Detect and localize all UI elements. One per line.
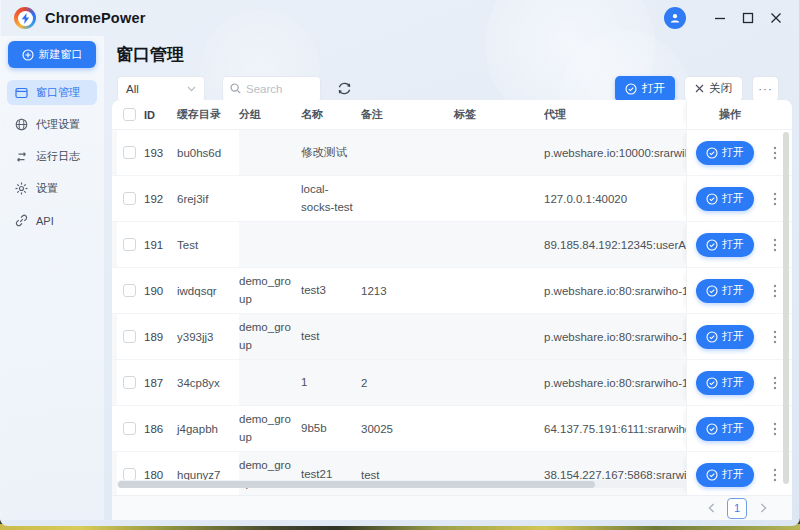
cell-remark	[361, 176, 454, 221]
search-input[interactable]	[246, 83, 310, 95]
pagination-next-icon[interactable]	[756, 499, 770, 517]
pagination-page-1[interactable]: 1	[727, 498, 747, 519]
open-selected-button[interactable]: 打开	[615, 76, 675, 102]
sidebar-item-label: 运行日志	[36, 149, 80, 164]
column-header-op: 操作	[686, 100, 792, 129]
cell-cache: bu0hs6d	[177, 130, 239, 175]
row-open-button[interactable]: 打开	[696, 279, 754, 303]
cell-group	[239, 130, 301, 175]
cell-remark	[361, 130, 454, 175]
more-actions-button[interactable]: ···	[752, 76, 779, 102]
cell-proxy: p.webshare.io:80:srarwiho-1:atonupx	[544, 314, 686, 359]
row-checkbox[interactable]	[117, 222, 144, 267]
row-more-icon[interactable]	[767, 143, 783, 163]
cell-cache: 6rej3if	[177, 176, 239, 221]
row-open-label: 打开	[722, 421, 744, 436]
group-filter-value: All	[126, 83, 139, 95]
cell-id: 191	[144, 222, 177, 267]
refresh-icon[interactable]	[334, 79, 354, 99]
cell-op: 打开	[686, 406, 792, 451]
open-selected-label: 打开	[642, 81, 665, 96]
sidebar-item-windows[interactable]: 窗口管理	[7, 80, 97, 105]
window-icon	[15, 87, 28, 99]
cell-id: 193	[144, 130, 177, 175]
row-open-button[interactable]: 打开	[696, 371, 754, 395]
row-open-label: 打开	[722, 191, 744, 206]
sidebar-item-api[interactable]: API	[7, 208, 97, 233]
app-logo-icon	[14, 7, 36, 29]
row-checkbox[interactable]	[117, 176, 144, 221]
table-row: 190iwdqsqrdemo_grouptest31213p.webshare.…	[112, 268, 792, 314]
cell-name: test3	[301, 268, 361, 313]
cell-proxy: 64.137.75.191:6111:srarwiho:atonupx	[544, 406, 686, 451]
row-checkbox[interactable]	[117, 314, 144, 359]
close-selected-button[interactable]: 关闭	[684, 76, 743, 102]
row-more-icon[interactable]	[767, 235, 783, 255]
sidebar-item-proxy[interactable]: 代理设置	[7, 112, 97, 137]
horizontal-scrollbar-thumb[interactable]	[118, 481, 595, 488]
cell-group: demo_group	[239, 314, 301, 359]
column-header-proxy: 代理	[544, 100, 686, 129]
row-checkbox[interactable]	[117, 130, 144, 175]
row-checkbox[interactable]	[117, 268, 144, 313]
close-button[interactable]	[762, 6, 790, 30]
window-table-panel: ID缓存目录分组名称备注标签代理操作 193bu0hs6d修改测试p.websh…	[112, 100, 792, 520]
cell-cache: Test	[177, 222, 239, 267]
cell-remark: 2	[361, 360, 454, 405]
maximize-button[interactable]	[734, 6, 762, 30]
row-checkbox[interactable]	[117, 452, 144, 495]
select-all-checkbox[interactable]	[117, 100, 144, 129]
search-box[interactable]	[222, 76, 321, 102]
cell-tags	[454, 360, 544, 405]
row-checkbox[interactable]	[117, 360, 144, 405]
row-open-button[interactable]: 打开	[696, 187, 754, 211]
cell-name: 9b5b	[301, 406, 361, 451]
column-header-tags: 标签	[454, 100, 544, 129]
cell-id: 190	[144, 268, 177, 313]
cell-group: demo_group	[239, 406, 301, 451]
sidebar-item-logs[interactable]: 运行日志	[7, 144, 97, 169]
group-filter-select[interactable]: All	[117, 76, 205, 102]
table-header: ID缓存目录分组名称备注标签代理操作	[112, 100, 792, 130]
user-avatar[interactable]	[664, 7, 686, 29]
row-more-icon[interactable]	[767, 419, 783, 439]
chevron-down-icon	[187, 86, 196, 92]
close-x-icon	[695, 84, 704, 93]
screen: ChromePower 新建窗口 窗口管理代理设置运行日	[0, 0, 800, 530]
cell-name: 修改测试	[301, 130, 361, 175]
cell-name: test	[301, 314, 361, 359]
row-open-button[interactable]: 打开	[696, 417, 754, 441]
cell-proxy: 127.0.0.1:40020	[544, 176, 686, 221]
sidebar-item-label: 代理设置	[36, 117, 80, 132]
cell-name	[301, 222, 361, 267]
cell-remark	[361, 314, 454, 359]
row-more-icon[interactable]	[767, 373, 783, 393]
column-header-name: 名称	[301, 100, 361, 129]
row-more-icon[interactable]	[767, 327, 783, 347]
row-more-icon[interactable]	[767, 189, 783, 209]
sidebar: 新建窗口 窗口管理代理设置运行日志设置API	[0, 36, 104, 520]
cell-cache: 34cp8yx	[177, 360, 239, 405]
row-checkbox[interactable]	[117, 406, 144, 451]
table-body: 193bu0hs6d修改测试p.webshare.io:10000:srarwi…	[112, 130, 792, 495]
row-more-icon[interactable]	[767, 281, 783, 301]
row-more-icon[interactable]	[767, 465, 783, 485]
row-open-button[interactable]: 打开	[696, 325, 754, 349]
sidebar-item-settings[interactable]: 设置	[7, 176, 97, 201]
row-open-label: 打开	[722, 467, 744, 482]
horizontal-scrollbar-track[interactable]	[117, 480, 687, 488]
app-title: ChromePower	[45, 10, 146, 26]
row-open-button[interactable]: 打开	[696, 233, 754, 257]
vertical-scrollbar-thumb[interactable]	[783, 132, 789, 484]
cell-tags	[454, 222, 544, 267]
cell-id: 192	[144, 176, 177, 221]
table-row: 186j4gapbhdemo_group9b5b3002564.137.75.1…	[112, 406, 792, 452]
pagination-prev-icon[interactable]	[704, 499, 718, 517]
row-open-button[interactable]: 打开	[696, 463, 754, 487]
cell-cache: hqunyz7	[177, 452, 239, 495]
row-open-button[interactable]: 打开	[696, 141, 754, 165]
app-window: ChromePower 新建窗口 窗口管理代理设置运行日	[0, 0, 800, 526]
cell-tags	[454, 406, 544, 451]
minimize-button[interactable]	[706, 6, 734, 30]
new-window-button[interactable]: 新建窗口	[8, 41, 96, 68]
